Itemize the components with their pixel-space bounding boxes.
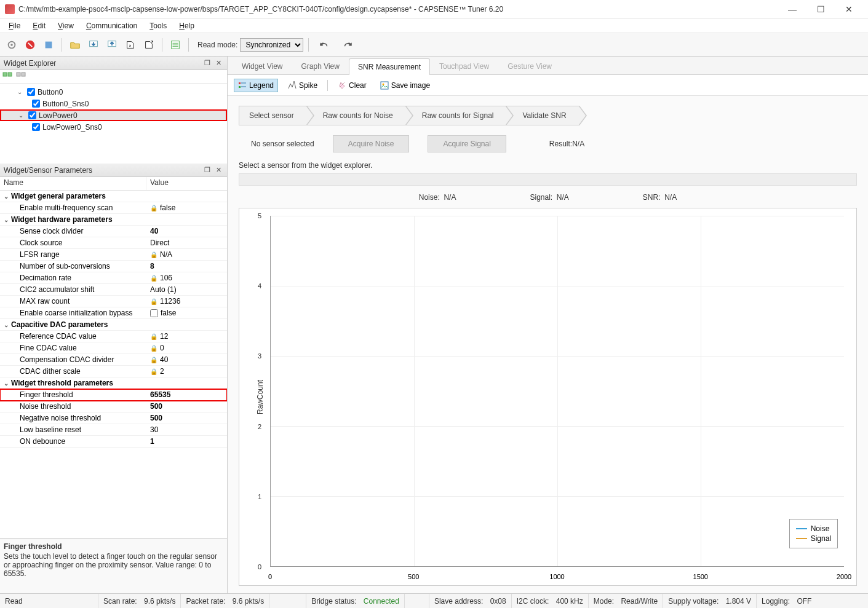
svg-point-15: [382, 83, 384, 85]
param-row[interactable]: Negative noise threshold500: [0, 413, 227, 424]
menu-tools[interactable]: Tools: [143, 20, 173, 31]
export-icon[interactable]: [141, 37, 157, 53]
param-row[interactable]: Compensation CDAC divider🔒40: [0, 354, 227, 366]
param-row[interactable]: Clock sourceDirect: [0, 237, 227, 249]
svg-rect-9: [8, 73, 12, 76]
svg-rect-8: [3, 73, 7, 76]
status-packet-rate: Packet rate: 9.6 pkts/s: [181, 594, 269, 608]
tab-touchpad: Touchpad View: [430, 58, 498, 74]
param-row[interactable]: ON debounce1: [0, 436, 227, 448]
params-body: ⌄Widget general parametersEnable multi-f…: [0, 191, 227, 538]
download-icon[interactable]: [86, 37, 102, 53]
tab-gesture: Gesture View: [498, 58, 561, 74]
step-raw-signal[interactable]: Raw counts for Signal: [405, 106, 507, 125]
step-select-sensor[interactable]: Select sensor: [239, 106, 307, 125]
spike-button[interactable]: Spike: [284, 79, 321, 92]
param-group[interactable]: ⌄Widget hardware parameters: [0, 214, 227, 226]
undo-icon[interactable]: [314, 37, 335, 53]
param-row[interactable]: Noise threshold500: [0, 401, 227, 413]
pause-icon[interactable]: [41, 37, 57, 53]
expand-all-icon[interactable]: [2, 72, 14, 82]
chevron-down-icon[interactable]: ⌄: [18, 112, 26, 119]
status-bridge: Bridge status: Connected: [306, 594, 405, 608]
checkbox-button0[interactable]: [27, 88, 35, 96]
tree-item-lowpower0[interactable]: ⌄ LowPower0: [0, 109, 227, 121]
snr-actions: No sensor selected Acquire Noise Acquire…: [228, 132, 868, 161]
param-group[interactable]: ⌄Widget general parameters: [0, 191, 227, 202]
hint-text: Select a sensor from the widget explorer…: [228, 161, 868, 172]
param-row[interactable]: CIC2 accumulator shiftAuto (1): [0, 284, 227, 296]
result-label: Result:N/A: [549, 140, 584, 148]
close-button[interactable]: ✕: [835, 0, 863, 18]
signal-stat: Signal: N/A: [530, 193, 568, 202]
read-mode-select[interactable]: Synchronized: [240, 38, 303, 52]
maximize-button[interactable]: ☐: [806, 0, 835, 18]
acquire-noise-button: Acquire Noise: [333, 135, 410, 152]
restore-icon[interactable]: ❐: [202, 58, 212, 68]
svg-rect-10: [17, 73, 20, 76]
param-row[interactable]: Sense clock divider40: [0, 226, 227, 237]
legend-button[interactable]: Legend: [234, 79, 278, 92]
menu-communication[interactable]: Communication: [80, 20, 143, 31]
menu-view[interactable]: View: [52, 20, 80, 31]
tab-widget-view[interactable]: Widget View: [233, 58, 292, 74]
checkbox-lowpower0-sns0[interactable]: [32, 123, 40, 131]
col-value: Value: [146, 177, 172, 190]
param-group[interactable]: ⌄Capacitive DAC parameters: [0, 319, 227, 331]
restore-icon[interactable]: ❐: [202, 165, 212, 175]
chart-plot: [270, 216, 844, 567]
col-name: Name: [0, 177, 146, 190]
list-icon[interactable]: [167, 37, 183, 53]
menu-file[interactable]: File: [2, 20, 26, 31]
step-validate-snr[interactable]: Validate SNR: [506, 106, 579, 125]
checkbox-button0-sns0[interactable]: [32, 100, 40, 108]
main-tabs: Widget View Graph View SNR Measurement T…: [228, 57, 868, 75]
param-row[interactable]: MAX raw count🔒11236: [0, 296, 227, 307]
tree-item-button0[interactable]: ⌄ Button0: [0, 86, 227, 98]
collapse-all-icon[interactable]: [16, 72, 27, 82]
tab-graph-view[interactable]: Graph View: [292, 58, 348, 74]
param-row[interactable]: Fine CDAC value🔒0: [0, 342, 227, 354]
snr-flow: Select sensor Raw counts for Noise Raw c…: [228, 96, 868, 132]
gear-icon[interactable]: [4, 37, 20, 53]
status-slave: Slave address: 0x08: [429, 594, 512, 608]
save-image-button[interactable]: Save image: [376, 79, 434, 92]
param-row[interactable]: Enable multi-frequency scan🔒false: [0, 202, 227, 214]
menubar: File Edit View Communication Tools Help: [0, 18, 868, 33]
param-group[interactable]: ⌄Widget threshold parameters: [0, 377, 227, 389]
stop-icon[interactable]: [22, 37, 38, 53]
step-raw-noise[interactable]: Raw counts for Noise: [306, 106, 406, 125]
tab-snr[interactable]: SNR Measurement: [349, 58, 430, 75]
close-panel-icon[interactable]: ✕: [213, 165, 223, 175]
snr-toolbar: Legend Spike Clear Save image: [228, 75, 868, 96]
legend-signal: Signal: [811, 534, 831, 543]
param-row[interactable]: Decimation rate🔒106: [0, 272, 227, 284]
noise-stat: Noise: N/A: [419, 193, 456, 202]
close-panel-icon[interactable]: ✕: [213, 58, 223, 68]
tree-item-button0-sns0[interactable]: Button0_Sns0: [0, 98, 227, 109]
checkbox-lowpower0[interactable]: [28, 111, 36, 119]
param-row[interactable]: Enable coarse initialization bypassfalse: [0, 307, 227, 319]
param-row[interactable]: Finger threshold65535: [0, 389, 227, 401]
widget-explorer-title: Widget Explorer: [4, 59, 56, 68]
clear-button[interactable]: Clear: [334, 79, 370, 92]
param-row[interactable]: LFSR range🔒N/A: [0, 249, 227, 261]
status-i2c: I2C clock: 400 kHz: [512, 594, 589, 608]
param-row[interactable]: CDAC dither scale🔒2: [0, 366, 227, 377]
minimize-button[interactable]: —: [778, 0, 806, 18]
import-icon[interactable]: [122, 37, 138, 53]
legend-noise: Noise: [811, 524, 830, 533]
param-row[interactable]: Reference CDAC value🔒12: [0, 331, 227, 342]
toolbar: Read mode: Synchronized: [0, 33, 868, 57]
menu-edit[interactable]: Edit: [26, 20, 52, 31]
menu-help[interactable]: Help: [173, 20, 201, 31]
chevron-down-icon[interactable]: ⌄: [17, 89, 25, 95]
redo-icon[interactable]: [337, 37, 358, 53]
svg-rect-14: [381, 82, 388, 89]
tree-item-lowpower0-sns0[interactable]: LowPower0_Sns0: [0, 121, 227, 133]
param-row[interactable]: Number of sub-conversions8: [0, 261, 227, 272]
chart-legend: Noise Signal: [789, 519, 838, 548]
open-icon[interactable]: [67, 37, 83, 53]
upload-icon[interactable]: [104, 37, 120, 53]
param-row[interactable]: Low baseline reset30: [0, 424, 227, 436]
